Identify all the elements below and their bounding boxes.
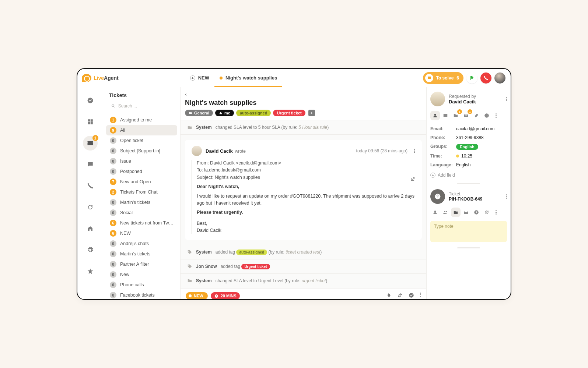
tab-ticket[interactable]: Night's watch supplies [214,69,282,87]
sidebar-filter-item[interactable]: 0Martin's tickets [106,197,177,208]
tab-contact-icon[interactable] [430,111,440,120]
tab-folder-icon[interactable]: 1 [451,111,461,120]
nav-dashboard-icon[interactable] [83,114,98,129]
system-log-sla-urgent: System changed SLA level to Urgent Level… [181,274,426,288]
flag-button[interactable] [466,72,477,84]
tag-urgent[interactable]: Urgent ticket [273,110,305,116]
message-timestamp: today 09:56 (28 mins ago) [356,148,407,153]
filter-label: New [120,272,174,277]
sidebar-filter-item[interactable]: 2Tickets From Chat [106,187,177,197]
t-history-icon[interactable] [482,208,491,217]
nav-settings-icon[interactable] [83,243,98,257]
filter-count-badge: 0 [110,199,116,206]
filter-count-badge: 1 [110,117,116,123]
ticket-more-button[interactable] [506,194,507,199]
transfer-icon[interactable] [397,293,403,299]
nav-call-icon[interactable] [83,178,98,193]
sidebar-filter-item[interactable]: 1Assigned to me [106,115,177,125]
note-input[interactable]: Type note [430,221,507,242]
filter-label: Tickets From Chat [120,190,174,195]
requester-more-button[interactable] [506,97,507,101]
requester-row: Requested by David Cacik [430,92,507,106]
add-field-button[interactable]: + Add field [430,173,507,178]
nav-knowledge-icon[interactable] [83,221,98,236]
folder-icon [187,278,192,283]
popout-button[interactable] [410,177,415,184]
tag-auto-assigned[interactable]: auto-assigned [236,110,271,116]
tab-window-icon[interactable] [441,111,450,120]
tab-link-icon[interactable] [472,111,481,120]
filter-label: Phone calls [120,282,174,287]
tag-me[interactable]: me [215,110,234,116]
tab-mail-icon[interactable]: 1 [461,111,471,120]
filter-count-badge: 0 [110,261,116,268]
add-tag-button[interactable]: + [308,110,315,116]
message-body: From: David Cacik <cacik.d@gmail.com> To… [192,160,415,234]
nav-refresh-icon[interactable] [83,200,98,215]
filter-label: Subject [Support.in] [120,148,174,153]
t-more-button[interactable] [492,208,500,217]
sidebar-filter-item[interactable]: 6NEW [106,228,177,238]
footer-actions [386,293,421,299]
sidebar-filter-item[interactable]: 0Partner A filter [106,259,177,269]
group-badge[interactable]: English [456,144,478,150]
author-avatar[interactable] [192,146,202,156]
sidebar-title: Tickets [106,92,177,101]
thread-header: ‹ Night's watch supplies General me auto… [181,87,426,120]
nav-star-icon[interactable] [83,264,98,279]
filter-label: New and Open [120,179,174,184]
search-box[interactable] [108,101,175,111]
sidebar-filter-item[interactable]: 0Martin's tickets [106,249,177,259]
sidebar-filter-item[interactable]: 0Issue [106,156,177,166]
resolve-icon[interactable] [409,293,414,299]
filter-count-badge: 0 [110,148,116,154]
t-contact-icon[interactable] [430,208,440,217]
nav-tickets-icon[interactable]: 1 [83,136,98,151]
tab-new[interactable]: + NEW [185,69,214,87]
sidebar-filter-item[interactable]: 0Phone calls [106,280,177,290]
message-header: David Cacikwrote today 09:56 (28 mins ag… [192,146,415,156]
back-button[interactable]: ‹ [185,91,187,97]
sidebar-filter-item[interactable]: 0Postponed [106,166,177,177]
to-solve-button[interactable]: To solve 6 [423,72,463,84]
phone-value: 361-299-9388 [456,135,507,140]
sidebar-filter-item[interactable]: 0Facebook tickets [106,290,177,299]
ticket-row: Ticket PIH-FKOOB-649 [430,189,507,204]
message-more-button[interactable] [414,149,415,153]
logo[interactable]: LiveAgent [80,74,119,82]
sla-time-pill[interactable]: 20 MINS [211,292,240,299]
folder-icon [187,125,192,130]
t-people-icon[interactable] [441,208,450,217]
to-solve-label: To solve [436,75,454,81]
status-dot-icon [456,155,459,158]
tag-general[interactable]: General [185,110,213,116]
nav-chat-icon[interactable] [83,157,98,172]
nav-approve-icon[interactable] [83,93,98,108]
t-clock-icon[interactable] [472,208,481,217]
user-avatar[interactable] [494,72,505,84]
sidebar-filter-item[interactable]: 0Subject [Support.in] [106,146,177,156]
sidebar-filter-item[interactable]: 6New tickets not from Twi… [106,218,177,228]
footer-more-button[interactable] [420,293,421,299]
requester-avatar[interactable] [430,92,445,106]
sidebar-filter-item[interactable]: 7New and Open [106,177,177,187]
filter-label: Open ticket [120,138,174,143]
sidebar-filter-item[interactable]: 0Open ticket [106,135,177,146]
tab-globe-icon[interactable] [482,111,491,120]
t-mail-icon[interactable] [461,208,471,217]
fire-icon[interactable] [386,293,391,299]
call-button[interactable] [480,72,491,84]
requester-tabs: 1 1 [430,111,507,120]
t-folder-icon[interactable] [451,208,461,217]
nav-iconbar: 1 [77,87,103,299]
tabs-more-button[interactable] [492,111,500,120]
sidebar-filter-item[interactable]: 0Andrej's chats [106,238,177,249]
filter-label: Facebook tickets [120,293,174,298]
sidebar-filter-item[interactable]: 0New [106,269,177,280]
search-input[interactable] [118,103,172,109]
requester-info: Email:cacik.d@gmail.com Phone:361-299-93… [430,126,507,167]
filter-count-badge: 0 [110,271,116,278]
status-new-pill[interactable]: NEW [186,292,208,299]
sidebar-filter-item[interactable]: 0Social [106,208,177,218]
sidebar-filter-item[interactable]: 9All [106,125,177,135]
